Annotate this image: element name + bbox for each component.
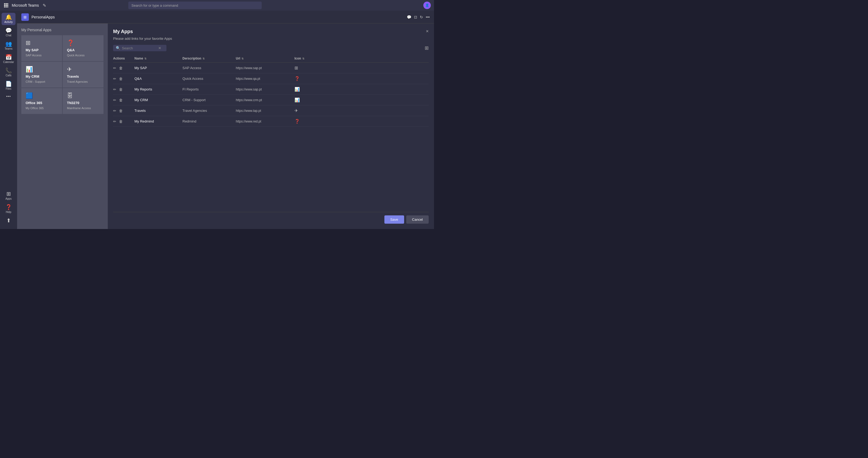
- table-row: ✏ 🗑 My SAP SAP Access https://www.sap.pt…: [113, 63, 429, 74]
- row-actions-3: ✏ 🗑: [113, 87, 134, 91]
- edit-button-6[interactable]: ✏: [113, 119, 116, 123]
- edit-button-3[interactable]: ✏: [113, 87, 116, 91]
- search-input[interactable]: [122, 46, 157, 50]
- sidebar-item-label-calendar: Calendar: [3, 61, 14, 63]
- table-row: ✏ 🗑 Q&A Quick Access https://www.qa.pt ❓: [113, 74, 429, 84]
- col-header-url[interactable]: Url ⇅: [236, 57, 294, 60]
- cancel-button[interactable]: Cancel: [406, 216, 429, 224]
- sidebar-item-teams[interactable]: 👥 Teams: [2, 39, 16, 52]
- table-row: ✏ 🗑 Travels Travel Agencies https://www.…: [113, 106, 429, 116]
- help-icon: ❓: [5, 204, 12, 210]
- delete-button-1[interactable]: 🗑: [119, 66, 123, 70]
- refresh-icon[interactable]: ↻: [420, 15, 423, 19]
- sort-desc-icon: ⇅: [203, 57, 205, 60]
- modal-close-button[interactable]: ×: [426, 29, 429, 34]
- grid-toggle-icon[interactable]: ⊞: [425, 45, 429, 51]
- col-header-name[interactable]: Name ⇅: [134, 57, 182, 60]
- edit-button-4[interactable]: ✏: [113, 98, 116, 102]
- row-desc-5: Travel Agencies: [182, 109, 236, 113]
- global-search-bar[interactable]: Search for or type a command: [128, 2, 262, 9]
- search-icon: 🔍: [116, 46, 120, 50]
- row-icon-1: ⊞: [294, 65, 321, 70]
- row-name-4: My CRM: [134, 98, 182, 102]
- minimize-icon[interactable]: ⊡: [414, 15, 417, 19]
- modal-search-box[interactable]: 🔍 ✕: [113, 45, 166, 51]
- row-url-2: https://www.qa.pt: [236, 77, 294, 81]
- chat-action-icon[interactable]: 💬: [407, 15, 411, 19]
- app-title: Microsoft Teams: [12, 3, 39, 7]
- modal-title: My Apps: [113, 29, 133, 34]
- row-url-5: https://www.tap.pt: [236, 109, 294, 113]
- sidebar-item-calls[interactable]: 📞 Calls: [2, 66, 16, 79]
- svg-rect-5: [7, 5, 8, 6]
- apps-icon: ⊞: [6, 191, 11, 196]
- upload-icon: ⬆: [6, 218, 11, 223]
- svg-rect-1: [6, 3, 7, 4]
- table-header: Actions Name ⇅ Derscription ⇅: [113, 54, 429, 63]
- row-icon-6: ❓: [294, 119, 321, 124]
- sort-name-icon: ⇅: [144, 57, 147, 60]
- sidebar-item-more[interactable]: •••: [2, 93, 16, 100]
- edit-button-2[interactable]: ✏: [113, 77, 116, 81]
- sidebar-item-label-teams: Teams: [4, 47, 12, 50]
- row-name-3: My Reports: [134, 87, 182, 91]
- table-row: ✏ 🗑 My CRM CRM - Support https://www.crm…: [113, 95, 429, 106]
- sidebar-item-chat[interactable]: 💬 Chat: [2, 26, 16, 38]
- row-desc-3: FI Reports: [182, 87, 236, 91]
- waffle-menu[interactable]: [3, 2, 9, 8]
- modal-subtitle: Please add links for your favorite Apps: [113, 36, 429, 40]
- row-url-4: https://www.crm.pt: [236, 98, 294, 102]
- svg-rect-3: [4, 5, 5, 6]
- delete-button-2[interactable]: 🗑: [119, 77, 123, 81]
- global-search-text: Search for or type a command: [131, 3, 178, 7]
- more-options-icon[interactable]: •••: [426, 15, 430, 19]
- row-actions-6: ✏ 🗑: [113, 119, 134, 123]
- content-header-actions: 💬 ⊡ ↻ •••: [407, 15, 430, 19]
- search-clear-icon[interactable]: ✕: [158, 46, 161, 50]
- sidebar-item-upload[interactable]: ⬆: [2, 216, 16, 225]
- my-apps-modal-overlay: My Apps × Please add links for your favo…: [17, 24, 434, 229]
- row-icon-3: 📊: [294, 87, 321, 92]
- sidebar-item-help[interactable]: ❓ Help: [2, 203, 16, 215]
- edit-button-5[interactable]: ✏: [113, 109, 116, 113]
- sidebar-item-files[interactable]: 📄 Files: [2, 80, 16, 92]
- sidebar-item-activity[interactable]: 🔔 Activity: [2, 13, 16, 25]
- row-desc-1: SAP Access: [182, 66, 236, 70]
- sidebar-item-calendar[interactable]: 📅 Calendar: [2, 53, 16, 65]
- col-header-icon[interactable]: Icon ⇅: [294, 57, 321, 60]
- row-actions-2: ✏ 🗑: [113, 77, 134, 81]
- col-header-description[interactable]: Derscription ⇅: [182, 57, 236, 60]
- sidebar-item-label-activity: Activity: [4, 21, 13, 24]
- row-actions-1: ✏ 🗑: [113, 66, 134, 70]
- sidebar: 🔔 Activity 💬 Chat 👥 Teams 📅 Calendar 📞 C…: [0, 11, 17, 229]
- user-avatar[interactable]: 👤: [423, 2, 431, 9]
- svg-rect-4: [6, 5, 7, 6]
- more-icon: •••: [6, 94, 11, 98]
- personal-apps-panel: My Personal Apps ⊞ My SAP SAP Access ❓ Q…: [17, 24, 434, 229]
- svg-rect-7: [6, 6, 7, 7]
- sidebar-item-label-chat: Chat: [6, 34, 11, 37]
- content-header: ⊞ PersonalApps 💬 ⊡ ↻ •••: [17, 11, 434, 24]
- table-row: ✏ 🗑 My Redmind Redmind https://www.red.p…: [113, 116, 429, 127]
- modal-toolbar: 🔍 ✕ ⊞: [113, 45, 429, 51]
- col-header-actions: Actions: [113, 57, 134, 60]
- edit-button-1[interactable]: ✏: [113, 66, 116, 70]
- delete-button-6[interactable]: 🗑: [119, 119, 123, 123]
- row-name-1: My SAP: [134, 66, 182, 70]
- row-desc-6: Redmind: [182, 119, 236, 123]
- sidebar-bottom: ⊞ Apps ❓ Help ⬆: [2, 190, 16, 227]
- row-icon-4: 📊: [294, 97, 321, 103]
- row-name-2: Q&A: [134, 77, 182, 81]
- delete-button-4[interactable]: 🗑: [119, 98, 123, 102]
- sidebar-item-label-help: Help: [6, 210, 11, 213]
- delete-button-3[interactable]: 🗑: [119, 87, 123, 91]
- edit-icon[interactable]: ✎: [43, 3, 46, 8]
- save-button[interactable]: Save: [384, 216, 404, 224]
- modal-footer: Save Cancel: [113, 212, 429, 224]
- sidebar-item-apps[interactable]: ⊞ Apps: [2, 190, 16, 202]
- row-actions-4: ✏ 🗑: [113, 98, 134, 102]
- row-icon-2: ❓: [294, 76, 321, 81]
- calls-icon: 📞: [5, 68, 12, 73]
- row-name-5: Travels: [134, 109, 182, 113]
- delete-button-5[interactable]: 🗑: [119, 109, 123, 113]
